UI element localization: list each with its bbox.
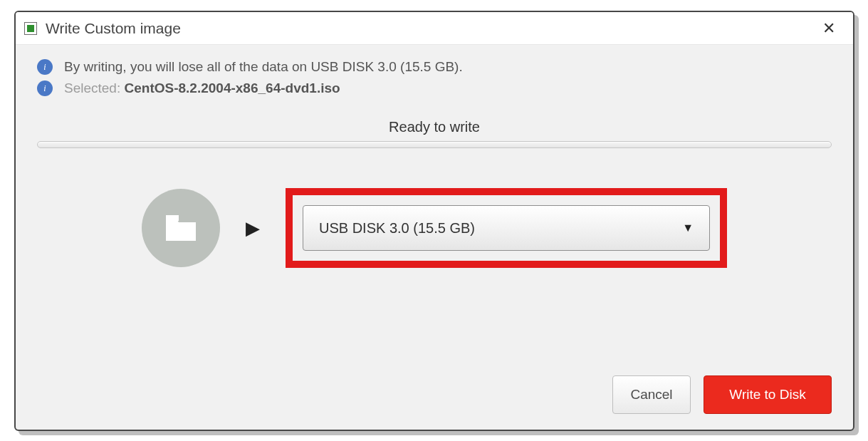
close-button[interactable]: ✕	[813, 16, 845, 41]
dialog-button-row: Cancel Write to Disk	[37, 361, 832, 414]
app-icon	[24, 22, 37, 35]
cancel-button-label: Cancel	[630, 387, 672, 403]
dialog-content: i By writing, you will lose all of the d…	[16, 45, 853, 430]
highlighted-target-area: USB DISK 3.0 (15.5 GB) ▼	[286, 188, 727, 268]
selected-file: CentOS-8.2.2004-x86_64-dvd1.iso	[125, 81, 340, 95]
target-disk-value: USB DISK 3.0 (15.5 GB)	[319, 220, 475, 237]
info-warning-text: By writing, you will lose all of the dat…	[64, 59, 463, 75]
write-button-label: Write to Disk	[729, 387, 805, 403]
info-selected-block: Selected: CentOS-8.2.2004-x86_64-dvd1.is…	[64, 81, 340, 96]
info-selected-line: i Selected: CentOS-8.2.2004-x86_64-dvd1.…	[37, 81, 832, 96]
svg-rect-0	[166, 215, 179, 221]
info-icon: i	[37, 81, 53, 96]
browse-source-button[interactable]	[142, 189, 220, 267]
target-disk-dropdown[interactable]: USB DISK 3.0 (15.5 GB) ▼	[303, 205, 710, 251]
cancel-button[interactable]: Cancel	[612, 375, 691, 414]
progress-bar	[37, 141, 832, 148]
info-warning-line: i By writing, you will lose all of the d…	[37, 59, 832, 75]
write-to-disk-button[interactable]: Write to Disk	[704, 375, 832, 414]
info-icon: i	[37, 59, 53, 75]
folder-icon	[164, 214, 197, 242]
arrow-right-icon: ▶	[246, 217, 260, 239]
chevron-down-icon: ▼	[682, 222, 694, 234]
dialog-window: Write Custom image ✕ i By writing, you w…	[14, 11, 854, 431]
titlebar: Write Custom image ✕	[16, 12, 853, 45]
status-block: Ready to write	[37, 119, 832, 148]
window-title: Write Custom image	[46, 20, 181, 37]
status-label: Ready to write	[37, 119, 832, 135]
selected-label: Selected:	[64, 81, 120, 95]
close-icon: ✕	[822, 19, 835, 38]
source-target-row: ▶ USB DISK 3.0 (15.5 GB) ▼	[37, 188, 832, 268]
